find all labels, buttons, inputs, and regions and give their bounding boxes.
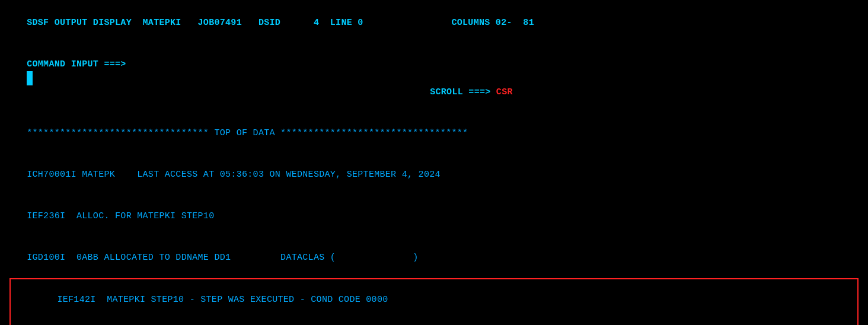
scroll-label: SCROLL ===> <box>430 87 496 97</box>
line-ief285i-cataloged: IEF285I MATEPK.IEFBR14.PSFILE CATALOGED <box>11 321 857 325</box>
header-line-1: SDSF OUTPUT DISPLAY MATEPKI JOB07491 DSI… <box>5 2 863 44</box>
header-text-left: SDSF OUTPUT DISPLAY MATEPKI JOB07491 DSI… <box>27 18 534 28</box>
line-igd100i: IGD100I 0ABB ALLOCATED TO DDNAME DD1 DAT… <box>5 237 863 278</box>
line-ief236i: IEF236I ALLOC. FOR MATEPKI STEP10 <box>5 196 863 237</box>
line-ief142i: IEF142I MATEPKI STEP10 - STEP WAS EXECUT… <box>11 279 857 321</box>
scroll-value[interactable]: CSR <box>496 87 513 97</box>
command-label: COMMAND INPUT ===> <box>27 59 132 69</box>
command-input-line: COMMAND INPUT ===> SCROLL ===> CSR <box>5 44 863 113</box>
command-cursor[interactable] <box>27 71 33 85</box>
top-of-data-line: ********************************* TOP OF… <box>5 113 863 154</box>
highlight-region: IEF142I MATEPKI STEP10 - STEP WAS EXECUT… <box>5 278 863 325</box>
terminal-screen: SDSF OUTPUT DISPLAY MATEPKI JOB07491 DSI… <box>0 0 868 325</box>
line-ich70001i: ICH70001I MATEPK LAST ACCESS AT 05:36:03… <box>5 154 863 196</box>
